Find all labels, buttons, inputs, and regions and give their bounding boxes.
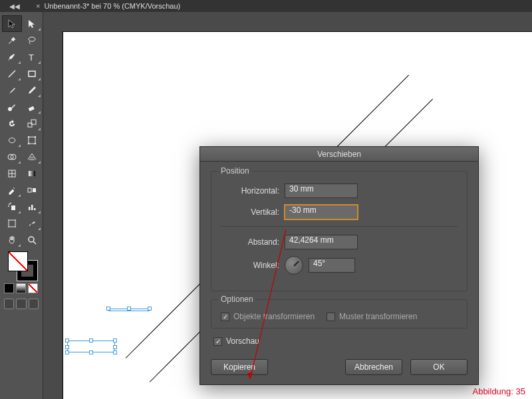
fill-swatch[interactable] <box>8 251 28 271</box>
color-mode-solid[interactable] <box>4 283 14 293</box>
ok-button[interactable]: OK <box>410 359 467 375</box>
blend-tool[interactable] <box>23 182 41 198</box>
copy-button[interactable]: Kopieren <box>211 359 268 375</box>
shape-builder-tool[interactable] <box>3 149 21 164</box>
horizontal-label: Horizontal: <box>221 186 279 196</box>
distance-input[interactable]: 42,4264 mm <box>285 235 358 249</box>
svg-point-10 <box>35 136 36 137</box>
svg-rect-5 <box>29 106 35 111</box>
svg-rect-26 <box>9 220 15 227</box>
angle-label: Winkel: <box>221 261 279 270</box>
gradient-tool[interactable] <box>23 166 41 181</box>
position-group: Position Horizontal: 30 mm Vertikal: -30… <box>211 171 467 291</box>
mesh-tool[interactable] <box>3 166 21 181</box>
dialog-title-bar[interactable]: Verschieben <box>200 147 478 162</box>
preview-checkbox[interactable]: Vorschau <box>213 336 467 346</box>
rectangle-tool[interactable] <box>23 66 41 81</box>
close-tab-icon[interactable]: × <box>36 2 40 10</box>
svg-rect-3 <box>29 71 35 76</box>
svg-line-2 <box>9 70 15 77</box>
checkbox-icon <box>327 313 335 321</box>
options-group: Optionen Objekte transformieren Muster t… <box>211 299 467 329</box>
rotate-tool[interactable] <box>3 116 21 131</box>
preview-label: Vorschau <box>226 336 259 346</box>
magic-wand-tool[interactable] <box>3 33 21 48</box>
transform-patterns-label: Muster transformieren <box>339 312 417 321</box>
options-group-label: Optionen <box>218 295 256 304</box>
draw-inside[interactable] <box>29 299 39 309</box>
eyedropper-tool[interactable] <box>3 182 21 198</box>
slice-tool[interactable] <box>23 215 41 231</box>
transform-objects-label: Objekte transformieren <box>233 312 315 321</box>
svg-text:T: T <box>29 53 34 63</box>
eraser-tool[interactable] <box>23 99 41 114</box>
tools-panel: T <box>0 12 43 399</box>
symbol-sprayer-tool[interactable] <box>3 199 21 214</box>
pencil-tool[interactable] <box>23 82 41 98</box>
collapse-panels-button[interactable]: ◀◀ <box>0 0 29 12</box>
vertical-input[interactable]: -30 mm <box>285 205 358 219</box>
free-transform-tool[interactable] <box>23 132 41 148</box>
horizontal-input[interactable]: 30 mm <box>285 184 358 198</box>
document-tab-bar: ◀◀ × Unbenannt-3* bei 70 % (CMYK/Vorscha… <box>0 0 532 12</box>
distance-label: Abstand: <box>221 237 279 247</box>
svg-line-28 <box>33 241 36 244</box>
svg-rect-16 <box>29 171 35 176</box>
width-tool[interactable] <box>3 132 21 148</box>
blob-brush-tool[interactable] <box>3 99 21 114</box>
lasso-tool[interactable] <box>23 33 41 48</box>
document-tab-title: Unbenannt-3* bei 70 % (CMYK/Vorschau) <box>44 2 180 10</box>
vertical-label: Vertikal: <box>221 207 279 217</box>
direct-selection-tool[interactable] <box>23 16 41 31</box>
move-dialog: Verschieben Position Horizontal: 30 mm V… <box>200 146 479 385</box>
artboard-tool[interactable] <box>3 215 21 231</box>
svg-rect-23 <box>29 207 31 210</box>
selection-preview <box>108 309 150 311</box>
svg-point-9 <box>28 136 29 137</box>
scale-tool[interactable] <box>23 116 41 131</box>
svg-point-4 <box>8 107 12 111</box>
angle-input[interactable]: 45° <box>309 258 355 273</box>
svg-rect-24 <box>31 205 33 210</box>
svg-rect-25 <box>34 208 36 210</box>
paintbrush-tool[interactable] <box>3 82 21 98</box>
checkbox-icon <box>221 313 229 321</box>
svg-rect-19 <box>11 205 15 210</box>
perspective-grid-tool[interactable] <box>23 149 41 164</box>
svg-point-20 <box>9 203 10 205</box>
draw-normal[interactable] <box>4 299 14 309</box>
svg-rect-17 <box>28 188 31 192</box>
selection-tool[interactable] <box>3 16 21 31</box>
svg-point-21 <box>10 202 11 203</box>
type-tool[interactable]: T <box>23 49 41 65</box>
position-group-label: Position <box>218 166 252 176</box>
transform-patterns-checkbox[interactable]: Muster transformieren <box>327 312 417 321</box>
transform-objects-checkbox[interactable]: Objekte transformieren <box>221 312 315 321</box>
color-mode-none[interactable] <box>28 283 38 293</box>
color-mode-gradient[interactable] <box>16 283 26 293</box>
draw-behind[interactable] <box>16 299 26 309</box>
hand-tool[interactable] <box>3 232 21 247</box>
document-tab[interactable]: × Unbenannt-3* bei 70 % (CMYK/Vorschau) <box>29 0 187 12</box>
angle-dial[interactable] <box>285 256 303 275</box>
svg-point-22 <box>8 205 9 207</box>
svg-rect-8 <box>29 137 35 144</box>
checkbox-icon <box>213 337 222 346</box>
svg-point-0 <box>29 37 35 41</box>
fill-stroke-swatch[interactable] <box>8 251 36 279</box>
pen-tool[interactable] <box>3 49 21 65</box>
svg-rect-18 <box>33 188 36 192</box>
svg-point-12 <box>35 142 36 144</box>
line-segment-tool[interactable] <box>3 66 21 81</box>
zoom-tool[interactable] <box>23 232 41 247</box>
figure-caption: Abbildung: 35 <box>472 386 525 396</box>
dialog-title: Verschieben <box>317 150 361 159</box>
svg-point-27 <box>29 237 34 242</box>
selection-bounding-box[interactable] <box>67 340 115 352</box>
cancel-button[interactable]: Abbrechen <box>345 359 402 375</box>
svg-point-11 <box>28 142 29 144</box>
column-graph-tool[interactable] <box>23 199 41 214</box>
